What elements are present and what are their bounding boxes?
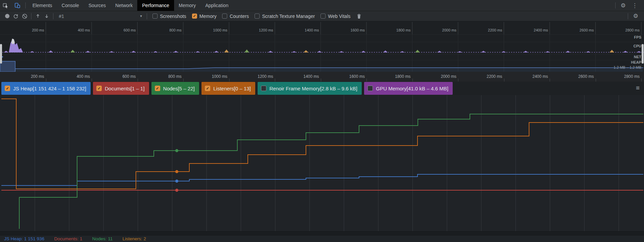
legend-item-label: GPU Memory[41.0 kB – 4.6 MB]: [376, 86, 448, 91]
checkbox-label: Screenshots: [160, 14, 186, 19]
toolbar-checkboxes: Screenshots✓MemoryCountersScratch Textur…: [152, 14, 351, 19]
checkbox-web-vitals[interactable]: Web Vitals: [320, 14, 350, 19]
checkbox-label: Web Vitals: [328, 14, 350, 19]
legend-item-documents[interactable]: ✓Documents[1 – 1]: [93, 82, 149, 95]
ruler-tick-label: 200 ms: [32, 28, 44, 32]
counter-status-bar: JS Heap: 1 151 936Documents: 1Nodes: 11L…: [0, 235, 644, 242]
checkbox-memory[interactable]: ✓Memory: [192, 14, 217, 19]
checkbox-icon: [255, 14, 260, 19]
ruler2-tick-label: 400 ms: [77, 74, 90, 79]
ruler2-tick-label: 2200 ms: [486, 74, 502, 79]
status-nodes: Nodes: 11: [92, 236, 113, 241]
settings-gear-icon[interactable]: ⚙: [618, 0, 629, 11]
ruler-tick-label: 1800 ms: [396, 28, 410, 32]
checkbox-counters[interactable]: Counters: [222, 14, 249, 19]
ruler2-tick-label: 600 ms: [122, 74, 136, 79]
upload-arrow-icon: [35, 13, 41, 19]
legend-menu-icon[interactable]: ≡: [636, 84, 640, 92]
ruler2-tick: [46, 79, 46, 82]
ruler-tick-label: 2800 ms: [625, 28, 640, 32]
checkbox-icon: [222, 14, 227, 19]
tab-network[interactable]: Network: [111, 0, 137, 11]
delete-recording-button[interactable]: [355, 12, 363, 21]
tab-performance[interactable]: Performance: [137, 0, 174, 11]
memory-chart-ruler: 200 ms400 ms600 ms800 ms1000 ms1200 ms14…: [0, 72, 644, 82]
trace-label: #1: [59, 14, 64, 19]
tab-elements[interactable]: Elements: [28, 0, 57, 11]
counter-legend: ✓JS Heap[1 151 424 – 1 158 232]✓Document…: [0, 82, 644, 95]
legend-item-nodes[interactable]: ✓Nodes[5 – 22]: [151, 82, 199, 95]
timeline-overview[interactable]: 200 ms400 ms600 ms800 ms1000 ms1200 ms14…: [0, 21, 644, 72]
heap-range-label: 1.2 MB – 1.2 MB: [614, 65, 641, 69]
device-toolbar-button[interactable]: [11, 0, 23, 11]
capture-settings-gear-icon[interactable]: ⚙: [630, 10, 641, 22]
inspect-element-button[interactable]: [0, 0, 11, 11]
divider: [31, 13, 31, 19]
load-profile-button[interactable]: [33, 12, 42, 21]
divider: [147, 13, 147, 19]
ruler2-tick: [275, 79, 275, 82]
devtools-tabbar: ElementsConsoleSourcesNetworkPerformance…: [0, 0, 644, 11]
ruler2-tick: [596, 79, 596, 82]
checkbox-screenshots[interactable]: Screenshots: [152, 14, 186, 19]
save-profile-button[interactable]: [42, 12, 51, 21]
ruler2-tick-label: 800 ms: [168, 74, 182, 79]
ruler2-tick: [504, 79, 504, 82]
checkbox-scratch-texture-manager[interactable]: Scratch Texture Manager: [255, 14, 315, 19]
ruler2-tick: [92, 79, 92, 82]
tab-sources[interactable]: Sources: [84, 0, 111, 11]
divider: [628, 13, 628, 19]
legend-checkbox-icon: ✓: [5, 86, 10, 91]
legend-checkbox-icon: ✓: [96, 86, 102, 91]
tab-application[interactable]: Application: [200, 0, 233, 11]
checkbox-label: Counters: [230, 14, 249, 19]
clear-recording-button[interactable]: [20, 12, 29, 21]
checkbox-label: Memory: [199, 14, 217, 19]
ruler2-tick: [321, 79, 321, 82]
reload-icon: [13, 13, 19, 19]
ruler2-tick-label: 200 ms: [31, 74, 44, 79]
reload-and-record-button[interactable]: [11, 12, 20, 21]
ruler-tick-label: 1600 ms: [351, 28, 365, 32]
legend-item-label: JS Heap[1 151 424 – 1 158 232]: [13, 86, 86, 91]
more-options-kebab-icon[interactable]: ⋮: [629, 0, 641, 11]
trash-icon: [356, 13, 362, 19]
devtools-window: ElementsConsoleSourcesNetworkPerformance…: [0, 0, 644, 242]
legend-checkbox-icon: [261, 86, 266, 91]
ruler2-tick: [458, 79, 458, 82]
ruler2-tick: [412, 79, 413, 82]
ruler-tick-label: 2200 ms: [488, 28, 502, 32]
ruler2-tick-label: 2600 ms: [578, 74, 594, 79]
ruler2-tick-label: 1800 ms: [395, 74, 410, 79]
legend-checkbox-icon: ✓: [205, 86, 210, 91]
tab-memory[interactable]: Memory: [174, 0, 201, 11]
checkbox-icon: ✓: [192, 14, 197, 19]
checkbox-icon: [152, 14, 158, 19]
ruler-tick-label: 400 ms: [78, 28, 90, 32]
overview-window-right-handle[interactable]: [642, 44, 644, 64]
status-documents: Documents: 1: [54, 236, 82, 241]
chart-bottom-gap: [0, 232, 644, 235]
tab-console[interactable]: Console: [57, 0, 84, 11]
legend-item-label: Nodes[5 – 22]: [163, 86, 195, 91]
panel-tabs: ElementsConsoleSourcesNetworkPerformance…: [28, 0, 233, 11]
ruler-tick-label: 2600 ms: [579, 28, 594, 32]
download-arrow-icon: [44, 13, 50, 19]
legend-checkbox-icon: ✓: [155, 86, 160, 91]
ruler-tick-label: 1000 ms: [213, 28, 227, 32]
trace-history-select[interactable]: #1 ▾: [55, 14, 145, 19]
ruler2-tick: [550, 79, 550, 82]
memory-counters-chart[interactable]: [0, 95, 644, 232]
legend-item-js-heap[interactable]: ✓JS Heap[1 151 424 – 1 158 232]: [1, 82, 91, 95]
checkbox-icon: [320, 14, 326, 19]
overview-window-left-handle[interactable]: [0, 44, 2, 64]
ruler2-tick-label: 1200 ms: [258, 74, 273, 79]
toolbar-right: ⚙: [626, 10, 641, 22]
legend-item-listeners[interactable]: ✓Listeners[0 – 13]: [201, 82, 255, 95]
legend-item-renoir-frame-memory[interactable]: Renoir Frame Memory[2.8 kB – 9.6 kB]: [258, 82, 362, 95]
legend-item-label: Listeners[0 – 13]: [213, 86, 251, 91]
legend-item-gpu-memory[interactable]: GPU Memory[41.0 kB – 4.6 MB]: [364, 82, 453, 95]
ruler-tick-label: 1200 ms: [259, 28, 273, 32]
ruler2-tick-label: 1400 ms: [303, 74, 319, 79]
record-button[interactable]: [3, 12, 11, 21]
